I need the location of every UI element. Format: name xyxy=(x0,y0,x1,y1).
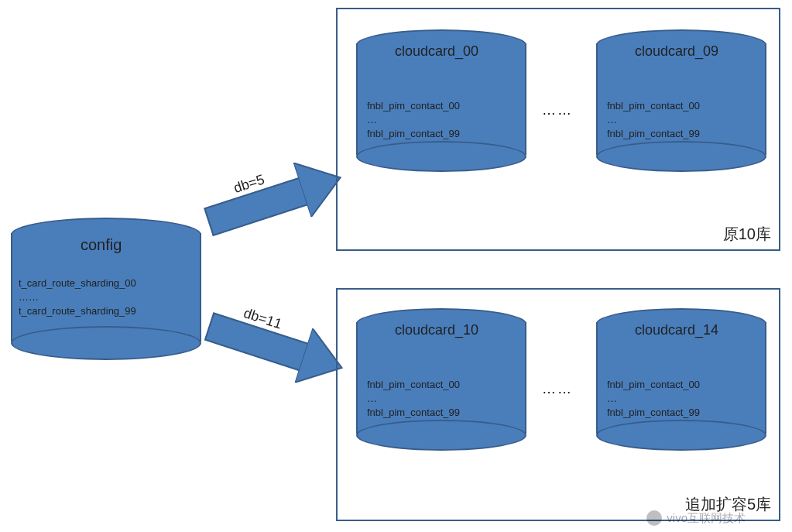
cloudcard-00-t2: fnbl_pim_contact_99 xyxy=(367,127,460,141)
wechat-icon xyxy=(646,510,662,526)
cloudcard-09-t1: fnbl_pim_contact_00 xyxy=(607,99,700,113)
cloudcard-00-t1: fnbl_pim_contact_00 xyxy=(367,99,460,113)
watermark-text: vivo互联网技术 xyxy=(667,511,746,526)
config-ellipsis: …… xyxy=(19,290,39,304)
cloudcard-00-cylinder: cloudcard_00 fnbl_pim_contact_00 … fnbl_… xyxy=(356,29,526,169)
cloudcard-09-title: cloudcard_09 xyxy=(635,43,718,60)
config-db-cylinder: config t_card_route_sharding_00 …… t_car… xyxy=(11,218,201,357)
arrow-db11: db=11 xyxy=(197,290,353,407)
group-original-10-label: 原10库 xyxy=(723,224,771,245)
dots-bottom: …… xyxy=(542,381,573,397)
cloudcard-00-el: … xyxy=(367,113,377,127)
cloudcard-10-t1: fnbl_pim_contact_00 xyxy=(367,378,460,392)
cloudcard-10-cylinder: cloudcard_10 fnbl_pim_contact_00 … fnbl_… xyxy=(356,308,526,448)
config-table-last: t_card_route_sharding_99 xyxy=(19,304,136,318)
cloudcard-14-t1: fnbl_pim_contact_00 xyxy=(607,378,700,392)
cloudcard-10-t2: fnbl_pim_contact_99 xyxy=(367,406,460,420)
cloudcard-10-title: cloudcard_10 xyxy=(395,322,478,338)
cloudcard-14-title: cloudcard_14 xyxy=(635,322,718,338)
cloudcard-00-title: cloudcard_00 xyxy=(395,43,478,60)
arrow-db5: db=5 xyxy=(197,143,353,260)
cloudcard-09-el: … xyxy=(607,113,617,127)
cloudcard-09-cylinder: cloudcard_09 fnbl_pim_contact_00 … fnbl_… xyxy=(596,29,766,169)
config-title: config xyxy=(81,236,122,254)
cloudcard-14-t2: fnbl_pim_contact_99 xyxy=(607,406,700,420)
config-table-first: t_card_route_sharding_00 xyxy=(19,276,136,290)
cloudcard-10-el: … xyxy=(367,392,377,406)
cloudcard-14-el: … xyxy=(607,392,617,406)
cloudcard-14-cylinder: cloudcard_14 fnbl_pim_contact_00 … fnbl_… xyxy=(596,308,766,448)
cloudcard-09-t2: fnbl_pim_contact_99 xyxy=(607,127,700,141)
watermark: vivo互联网技术 xyxy=(646,510,746,526)
dots-top: …… xyxy=(542,102,573,118)
